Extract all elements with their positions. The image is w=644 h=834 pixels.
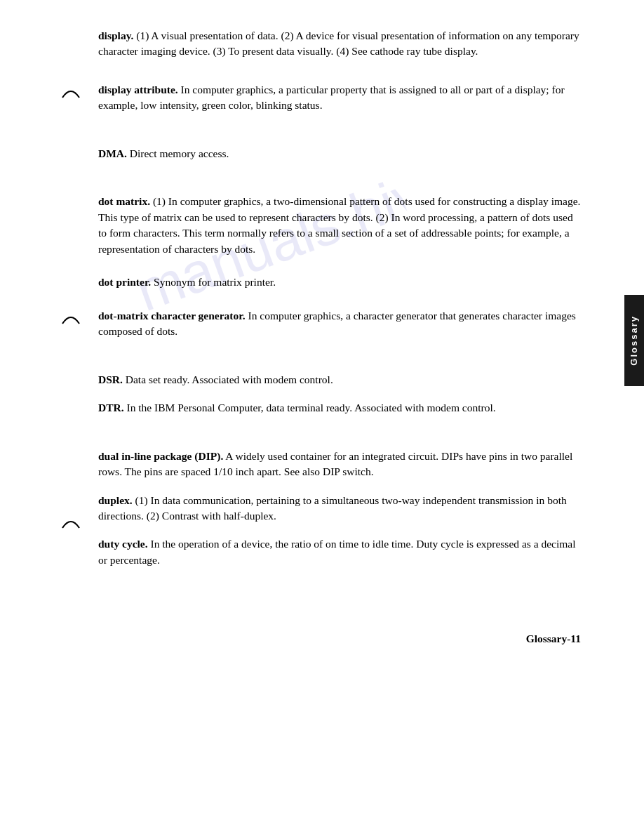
term-dtr: DTR. (98, 402, 124, 413)
entry-dip-text: dual in-line package (DIP). A widely use… (98, 449, 581, 480)
spacer-3 (98, 136, 581, 146)
page-content: display. (1) A visual presentation of da… (0, 0, 644, 689)
spacer-4 (98, 174, 581, 184)
definition-duplex: (1) In data communication, pertaining to… (98, 494, 567, 522)
spacer-1 (98, 72, 581, 82)
entry-dot-matrix: dot matrix. (1) In computer graphics, a … (98, 194, 581, 257)
entry-dma-text: DMA. Direct memory access. (98, 146, 581, 161)
definition-dma: Direct memory access. (130, 147, 229, 159)
arc-duplex (60, 514, 82, 529)
spacer-12 (98, 581, 581, 590)
entry-dot-printer-text: dot printer. Synonym for matrix printer. (98, 274, 581, 290)
entry-display-attribute: display attribute. In computer graphics,… (98, 82, 581, 114)
entry-dsr-text: DSR. Data set ready. Associated with mod… (98, 372, 581, 388)
term-duplex: duplex. (98, 494, 133, 506)
spacer-8 (98, 352, 581, 362)
spacer-5 (98, 184, 581, 194)
term-dsr: DSR. (98, 373, 123, 385)
arc-display-attribute (60, 84, 82, 99)
page-number: Glossary-11 (98, 631, 581, 647)
spacer-14 (98, 600, 581, 610)
term-display-attribute: display attribute. (98, 84, 178, 95)
entry-dot-matrix-text: dot matrix. (1) In computer graphics, a … (98, 194, 581, 257)
definition-dot-matrix: (1) In computer graphics, a two-dimensio… (98, 195, 580, 254)
term-display: display. (98, 29, 133, 41)
entry-display-text: display. (1) A visual presentation of da… (98, 28, 581, 60)
definition-dtr: In the IBM Personal Computer, data termi… (126, 402, 495, 413)
spacer-6 (98, 270, 581, 274)
entry-display-attribute-text: display attribute. In computer graphics,… (98, 82, 581, 114)
entry-dip: dual in-line package (DIP). A widely use… (98, 449, 581, 480)
entry-display: display. (1) A visual presentation of da… (98, 28, 581, 60)
definition-display: (1) A visual presentation of data. (2) A… (98, 29, 579, 57)
entry-dot-matrix-char-gen-text: dot-matrix character generator. In compu… (98, 308, 581, 340)
spacer-9 (98, 362, 581, 372)
entry-duplex: duplex. (1) In data communication, perta… (98, 493, 581, 524)
term-dma: DMA. (98, 147, 127, 159)
term-dot-printer: dot printer. (98, 276, 151, 288)
spacer-10 (98, 429, 581, 439)
spacer-7 (98, 303, 581, 308)
definition-dsr: Data set ready. Associated with modem co… (126, 373, 333, 385)
spacer-13 (98, 590, 581, 600)
glossary-sidebar-tab: Glossary (624, 295, 644, 386)
entry-dot-matrix-char-gen: dot-matrix character generator. In compu… (98, 308, 581, 340)
content-wrapper: display. (1) A visual presentation of da… (98, 28, 581, 647)
entry-dtr: DTR. In the IBM Personal Computer, data … (98, 400, 581, 416)
term-dot-matrix: dot matrix. (98, 195, 150, 207)
term-dot-matrix-char-gen: dot-matrix character generator. (98, 310, 246, 322)
definition-dot-printer: Synonym for matrix printer. (154, 276, 276, 288)
definition-duty-cycle: In the operation of a device, the ratio … (98, 538, 576, 565)
entry-duplex-text: duplex. (1) In data communication, perta… (98, 493, 581, 524)
entry-dot-printer: dot printer. Synonym for matrix printer. (98, 274, 581, 290)
spacer-2 (98, 126, 581, 136)
arc-dot-matrix-char-gen (60, 310, 82, 325)
spacer-11 (98, 439, 581, 449)
term-duty-cycle: duty cycle. (98, 538, 148, 550)
entry-dtr-text: DTR. In the IBM Personal Computer, data … (98, 400, 581, 416)
sidebar-tab-label: Glossary (628, 315, 641, 366)
entry-duty-cycle-text: duty cycle. In the operation of a device… (98, 536, 581, 568)
term-dip: dual in-line package (DIP). (98, 450, 223, 462)
entry-duty-cycle: duty cycle. In the operation of a device… (98, 536, 581, 568)
entry-dma: DMA. Direct memory access. (98, 146, 581, 161)
entry-dsr: DSR. Data set ready. Associated with mod… (98, 372, 581, 388)
